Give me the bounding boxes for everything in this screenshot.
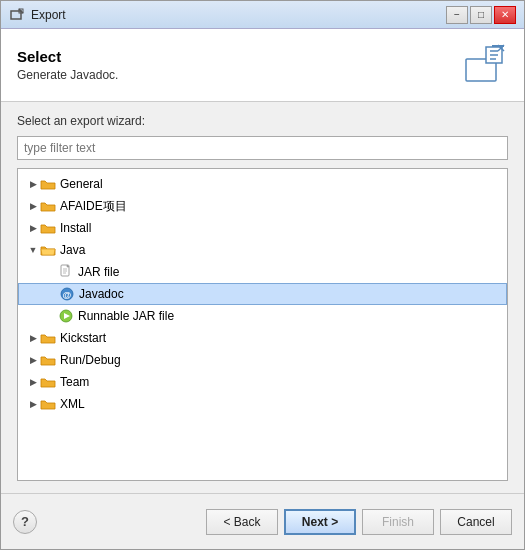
close-button[interactable]: ✕ bbox=[494, 6, 516, 24]
tree-item-xml[interactable]: ▶ XML bbox=[18, 393, 507, 415]
footer: ? < Back Next > Finish Cancel bbox=[1, 493, 524, 549]
tree-toggle-xml[interactable]: ▶ bbox=[26, 397, 40, 411]
tree-label-kickstart: Kickstart bbox=[60, 331, 106, 345]
tree-label-general: General bbox=[60, 177, 103, 191]
tree-item-run-debug[interactable]: ▶ Run/Debug bbox=[18, 349, 507, 371]
tree-item-javadoc[interactable]: @ Javadoc bbox=[18, 283, 507, 305]
tree-label-afaide: AFAIDE项目 bbox=[60, 198, 127, 215]
content-area: Select an export wizard: ▶ General▶ AFAI… bbox=[1, 102, 524, 493]
tree-item-java[interactable]: ▼ Java bbox=[18, 239, 507, 261]
filter-label: Select an export wizard: bbox=[17, 114, 508, 128]
export-dialog: Export − □ ✕ Select Generate Javadoc. Se… bbox=[0, 0, 525, 550]
cancel-button[interactable]: Cancel bbox=[440, 509, 512, 535]
tree-toggle-java[interactable]: ▼ bbox=[26, 243, 40, 257]
tree-label-java: Java bbox=[60, 243, 85, 257]
tree-toggle-team[interactable]: ▶ bbox=[26, 375, 40, 389]
tree-item-afaide[interactable]: ▶ AFAIDE项目 bbox=[18, 195, 507, 217]
tree-label-javadoc: Javadoc bbox=[79, 287, 124, 301]
tree-label-runnable-jar: Runnable JAR file bbox=[78, 309, 174, 323]
minimize-button[interactable]: − bbox=[446, 6, 468, 24]
next-button[interactable]: Next > bbox=[284, 509, 356, 535]
header-subtitle: Generate Javadoc. bbox=[17, 68, 118, 82]
filter-input[interactable] bbox=[17, 136, 508, 160]
window-controls: − □ ✕ bbox=[446, 6, 516, 24]
svg-text:@: @ bbox=[63, 290, 72, 300]
maximize-button[interactable]: □ bbox=[470, 6, 492, 24]
titlebar: Export − □ ✕ bbox=[1, 1, 524, 29]
tree-label-jar-file: JAR file bbox=[78, 265, 119, 279]
tree-container: ▶ General▶ AFAIDE项目▶ Install▼ Java JAR f… bbox=[17, 168, 508, 481]
tree-item-jar-file[interactable]: JAR file bbox=[18, 261, 507, 283]
header-text: Select Generate Javadoc. bbox=[17, 48, 118, 82]
tree-item-runnable-jar[interactable]: Runnable JAR file bbox=[18, 305, 507, 327]
tree-item-kickstart[interactable]: ▶ Kickstart bbox=[18, 327, 507, 349]
header-title: Select bbox=[17, 48, 118, 65]
tree-item-install[interactable]: ▶ Install bbox=[18, 217, 507, 239]
footer-left: ? bbox=[13, 510, 37, 534]
footer-buttons: < Back Next > Finish Cancel bbox=[206, 509, 512, 535]
tree-item-team[interactable]: ▶ Team bbox=[18, 371, 507, 393]
finish-button[interactable]: Finish bbox=[362, 509, 434, 535]
tree-label-run-debug: Run/Debug bbox=[60, 353, 121, 367]
tree-toggle-afaide[interactable]: ▶ bbox=[26, 199, 40, 213]
export-icon bbox=[460, 41, 508, 89]
help-button[interactable]: ? bbox=[13, 510, 37, 534]
tree-toggle-install[interactable]: ▶ bbox=[26, 221, 40, 235]
tree-item-general[interactable]: ▶ General bbox=[18, 173, 507, 195]
header-section: Select Generate Javadoc. bbox=[1, 29, 524, 102]
tree-label-install: Install bbox=[60, 221, 91, 235]
tree-toggle-kickstart[interactable]: ▶ bbox=[26, 331, 40, 345]
tree-label-xml: XML bbox=[60, 397, 85, 411]
window-icon bbox=[9, 7, 25, 23]
back-button[interactable]: < Back bbox=[206, 509, 278, 535]
window-title: Export bbox=[31, 8, 446, 22]
tree-label-team: Team bbox=[60, 375, 89, 389]
tree-toggle-run-debug[interactable]: ▶ bbox=[26, 353, 40, 367]
tree-toggle-general[interactable]: ▶ bbox=[26, 177, 40, 191]
